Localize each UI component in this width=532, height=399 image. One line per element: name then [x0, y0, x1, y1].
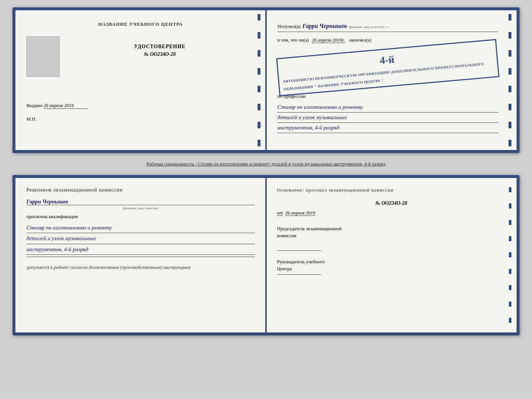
in-that-label: в том, что он(а): [277, 37, 309, 43]
director-line1: Руководитель учебного: [277, 259, 324, 264]
bottom-document-spread: Решением экзаменационной комиссии Гарри …: [12, 175, 520, 335]
profession-lines: Столяр по изготовлению и ремонту деталей…: [277, 102, 498, 133]
school-name-label: НАЗВАНИЕ УЧЕБНОГО ЦЕНТРА: [26, 21, 255, 27]
chairman-title: Председатель экзаменационной комиссии: [277, 225, 506, 239]
from-date-value: 26 апреля 2019: [285, 210, 315, 216]
allowed-text: работе согласно должностным (производств…: [54, 264, 190, 270]
top-left-page: НАЗВАНИЕ УЧЕБНОГО ЦЕНТРА УДОСТОВЕРЕНИЕ №…: [15, 10, 266, 150]
chairman-line1: Председатель экзаменационной: [277, 226, 342, 231]
mp-label: М.П.: [26, 116, 255, 122]
qual-line3: инструментов, 4-й разряд: [26, 244, 255, 255]
finished-label: окончил(а): [349, 37, 371, 43]
director-line2: Центра: [277, 266, 292, 271]
issued-date: 26 апреля 2019: [44, 103, 88, 109]
director-title: Руководитель учебного Центра: [277, 258, 506, 272]
qual-line2: деталей и узлов музыкальных: [26, 233, 255, 244]
from-label: от: [277, 210, 283, 216]
from-date-line: от 26 апреля 2019: [277, 210, 506, 216]
commission-name: Гарри Чернышев: [26, 199, 255, 205]
cert-number: № OO234O-20: [65, 51, 255, 57]
decorative-bars-right2: [508, 14, 514, 146]
qualification-lines: Столяр по изготовлению и ремонту деталей…: [26, 222, 255, 255]
allowed-prefix: допускается к: [26, 265, 53, 270]
issued-line: Выдано 26 апреля 2019: [26, 103, 255, 109]
right-page-content: Получил(а) Гарри Чернышев (фамилия, имя,…: [277, 21, 506, 133]
fio-sublabel2: (фамилия, имя, отчество): [26, 206, 255, 210]
profession-line1: Столяр по изготовлению и ремонту: [277, 102, 498, 113]
basis-title: Основание: протокол экзаменационной коми…: [277, 187, 506, 193]
bottom-right-page: Основание: протокол экзаменационной коми…: [266, 178, 517, 332]
decorative-bars-bottom-right: [507, 182, 513, 329]
protocol-number: № OO234O-20: [277, 200, 506, 206]
qual-line1: Столяр по изготовлению и ремонту: [26, 222, 255, 234]
recipient-name: Гарри Чернышев: [302, 21, 347, 31]
stamp: 4-й АВТОНОМНУЮ НЕКОММЕРЧЕСКУЮ ОРГАНИЗАЦИ…: [276, 39, 500, 96]
cert-title: УДОСТОВЕРЕНИЕ: [65, 44, 255, 50]
issued-label: Выдано: [26, 103, 42, 108]
caption-text: Рабочая специальность - Столяр по изгото…: [143, 160, 389, 168]
fio-sublabel: (фамилия, имя, отчество): [349, 24, 384, 29]
photo-placeholder: [26, 36, 60, 77]
allowed-block: допускается к работе согласно должностны…: [26, 264, 255, 270]
date-value: 26 апреля 2019г.: [312, 37, 345, 43]
chairman-line2: комиссии: [277, 233, 296, 238]
commission-title: Решением экзаменационной комиссии: [26, 187, 255, 193]
assigned-text: присвоена квалификация: [26, 214, 255, 220]
bottom-left-page: Решением экзаменационной комиссии Гарри …: [15, 178, 266, 332]
top-document-spread: НАЗВАНИЕ УЧЕБНОГО ЦЕНТРА УДОСТОВЕРЕНИЕ №…: [12, 7, 520, 153]
profession-line3: инструментов, 4-й разряд: [277, 123, 498, 133]
chairman-block: Председатель экзаменационной комиссии: [277, 225, 506, 251]
received-label: Получил(а): [277, 23, 301, 31]
profession-line2: деталей и узлов музыкальных: [277, 113, 498, 123]
dash1: –: [386, 23, 389, 31]
stamp-line3: " НАЗВАНИЕ УЧЕБНОГО ЦЕНТРА ": [314, 78, 384, 88]
director-signature-line: [277, 274, 321, 275]
decorative-bars-right: [258, 14, 263, 146]
top-right-page: Получил(а) Гарри Чернышев (фамилия, имя,…: [266, 10, 517, 150]
director-block: Руководитель учебного Центра: [277, 258, 506, 275]
chairman-signature-line: [277, 250, 321, 251]
